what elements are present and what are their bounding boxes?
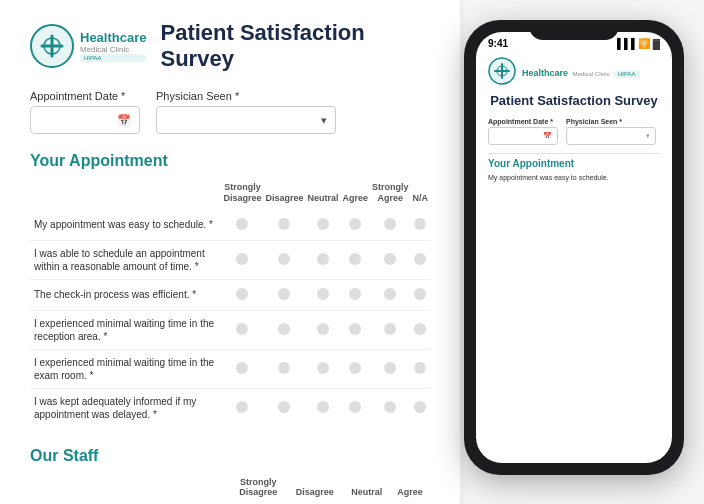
radio-dot[interactable] bbox=[349, 253, 361, 265]
physician-seen-select[interactable]: ▾ bbox=[156, 106, 336, 134]
radio-cell[interactable] bbox=[305, 240, 340, 279]
radio-cell[interactable] bbox=[411, 388, 431, 427]
radio-cell[interactable] bbox=[221, 240, 263, 279]
table-row: I was kept adequately informed if my app… bbox=[30, 388, 430, 427]
radio-cell[interactable] bbox=[263, 349, 305, 388]
logo-sub: Medical Clinic bbox=[80, 45, 146, 54]
phone-physician-label: Physician Seen * bbox=[566, 118, 656, 125]
radio-cell[interactable] bbox=[411, 210, 431, 241]
radio-dot[interactable] bbox=[414, 401, 426, 413]
radio-cell[interactable] bbox=[263, 388, 305, 427]
radio-cell[interactable] bbox=[263, 210, 305, 241]
radio-dot[interactable] bbox=[349, 218, 361, 230]
radio-dot[interactable] bbox=[414, 362, 426, 374]
col-strongly-disagree: StronglyDisagree bbox=[221, 180, 263, 210]
radio-cell[interactable] bbox=[263, 310, 305, 349]
table-row: I experienced minimal waiting time in th… bbox=[30, 349, 430, 388]
radio-cell[interactable] bbox=[411, 240, 431, 279]
phone-content: Healthcare Medical Clinic HIPAA Patient … bbox=[476, 51, 672, 188]
radio-dot[interactable] bbox=[278, 401, 290, 413]
radio-cell[interactable] bbox=[340, 240, 370, 279]
radio-cell[interactable] bbox=[221, 279, 263, 310]
logo-text: Healthcare Medical Clinic HIPAA bbox=[80, 30, 146, 63]
question-cell: I experienced minimal waiting time in th… bbox=[30, 310, 221, 349]
radio-dot[interactable] bbox=[384, 218, 396, 230]
radio-cell[interactable] bbox=[221, 210, 263, 241]
radio-dot[interactable] bbox=[414, 218, 426, 230]
radio-dot[interactable] bbox=[414, 253, 426, 265]
staff-col-neutral: Neutral bbox=[343, 475, 390, 504]
calendar-icon: 📅 bbox=[117, 114, 131, 127]
radio-cell[interactable] bbox=[370, 388, 411, 427]
radio-cell[interactable] bbox=[340, 388, 370, 427]
radio-dot[interactable] bbox=[236, 323, 248, 335]
radio-cell[interactable] bbox=[263, 240, 305, 279]
radio-dot[interactable] bbox=[236, 362, 248, 374]
radio-dot[interactable] bbox=[236, 253, 248, 265]
radio-cell[interactable] bbox=[263, 279, 305, 310]
radio-cell[interactable] bbox=[411, 279, 431, 310]
radio-cell[interactable] bbox=[305, 388, 340, 427]
radio-dot[interactable] bbox=[414, 288, 426, 300]
phone-date-input[interactable]: 📅 bbox=[488, 127, 558, 145]
radio-dot[interactable] bbox=[317, 253, 329, 265]
radio-cell[interactable] bbox=[340, 349, 370, 388]
radio-cell[interactable] bbox=[340, 310, 370, 349]
radio-cell[interactable] bbox=[340, 210, 370, 241]
radio-dot[interactable] bbox=[349, 323, 361, 335]
radio-dot[interactable] bbox=[384, 323, 396, 335]
radio-dot[interactable] bbox=[236, 288, 248, 300]
staff-col-agree: Agree bbox=[390, 475, 430, 504]
phone-status-bar: 9:41 ▐▐▐ 🛜 ▓ bbox=[476, 32, 672, 51]
table-row: The check-in process was efficient. * bbox=[30, 279, 430, 310]
radio-cell[interactable] bbox=[370, 210, 411, 241]
appointment-date-input[interactable]: 📅 bbox=[30, 106, 140, 134]
radio-cell[interactable] bbox=[411, 349, 431, 388]
radio-cell[interactable] bbox=[221, 310, 263, 349]
phone-mockup: 9:41 ▐▐▐ 🛜 ▓ Healthcare bbox=[464, 20, 694, 480]
radio-dot[interactable] bbox=[278, 253, 290, 265]
radio-dot[interactable] bbox=[278, 288, 290, 300]
chevron-down-icon: ▾ bbox=[321, 114, 327, 127]
radio-dot[interactable] bbox=[317, 362, 329, 374]
radio-dot[interactable] bbox=[278, 218, 290, 230]
radio-cell[interactable] bbox=[370, 279, 411, 310]
radio-cell[interactable] bbox=[305, 310, 340, 349]
radio-cell[interactable] bbox=[221, 349, 263, 388]
radio-cell[interactable] bbox=[370, 240, 411, 279]
question-cell: I was kept adequately informed if my app… bbox=[30, 388, 221, 427]
radio-dot[interactable] bbox=[317, 401, 329, 413]
radio-dot[interactable] bbox=[317, 323, 329, 335]
radio-dot[interactable] bbox=[384, 401, 396, 413]
radio-dot[interactable] bbox=[278, 323, 290, 335]
radio-dot[interactable] bbox=[384, 253, 396, 265]
radio-dot[interactable] bbox=[317, 288, 329, 300]
phone-logo-name: Healthcare bbox=[522, 68, 568, 78]
radio-cell[interactable] bbox=[221, 388, 263, 427]
radio-dot[interactable] bbox=[384, 288, 396, 300]
radio-dot[interactable] bbox=[236, 401, 248, 413]
radio-dot[interactable] bbox=[349, 401, 361, 413]
radio-cell[interactable] bbox=[370, 349, 411, 388]
radio-dot[interactable] bbox=[414, 323, 426, 335]
phone-physician-select[interactable]: ▾ bbox=[566, 127, 656, 145]
radio-dot[interactable] bbox=[278, 362, 290, 374]
radio-cell[interactable] bbox=[340, 279, 370, 310]
phone-screen: 9:41 ▐▐▐ 🛜 ▓ Healthcare bbox=[476, 32, 672, 463]
radio-dot[interactable] bbox=[349, 288, 361, 300]
radio-cell[interactable] bbox=[370, 310, 411, 349]
phone-date-group: Appointment Date * 📅 bbox=[488, 118, 558, 145]
radio-cell[interactable] bbox=[305, 210, 340, 241]
table-row: I was able to schedule an appointment wi… bbox=[30, 240, 430, 279]
radio-cell[interactable] bbox=[305, 349, 340, 388]
staff-col-disagree: Disagree bbox=[287, 475, 344, 504]
phone-physician-group: Physician Seen * ▾ bbox=[566, 118, 656, 145]
radio-dot[interactable] bbox=[349, 362, 361, 374]
radio-dot[interactable] bbox=[317, 218, 329, 230]
radio-cell[interactable] bbox=[411, 310, 431, 349]
radio-dot[interactable] bbox=[384, 362, 396, 374]
radio-dot[interactable] bbox=[236, 218, 248, 230]
radio-cell[interactable] bbox=[305, 279, 340, 310]
wifi-icon: 🛜 bbox=[638, 38, 650, 49]
logo-badge: HIPAA bbox=[80, 54, 146, 62]
